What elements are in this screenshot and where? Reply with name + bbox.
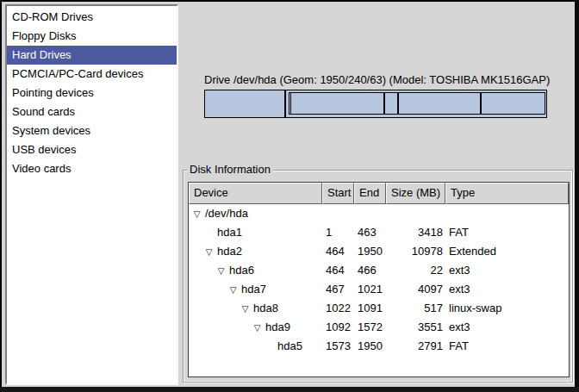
start-cell: 464 — [322, 242, 354, 261]
size-cell: 10978 — [386, 242, 445, 261]
partition-segment-hda5 — [482, 93, 545, 114]
expander-icon[interactable]: ▽ — [192, 209, 202, 219]
window-border-bottom — [0, 387, 579, 392]
sidebar-item-pointing-devices[interactable]: Pointing devices — [7, 84, 177, 103]
window-border-right — [575, 0, 579, 392]
sidebar-item-system-devices[interactable]: System devices — [7, 121, 177, 140]
partition-segment-hda8 — [385, 93, 399, 114]
start-cell — [322, 204, 354, 223]
type-cell: FAT — [445, 223, 569, 242]
table-row[interactable]: ▽ /dev/hda — [189, 204, 569, 223]
expander-icon[interactable]: ▽ — [252, 323, 262, 333]
device-name: hda9 — [265, 318, 290, 337]
start-cell: 467 — [322, 280, 354, 299]
start-cell: 1573 — [322, 337, 354, 356]
type-cell: ext3 — [445, 280, 569, 299]
partition-segment-hda2-extended — [286, 90, 546, 117]
size-cell: 22 — [386, 261, 445, 280]
expander-icon[interactable]: ▽ — [240, 304, 250, 314]
sidebar-item-video-cards[interactable]: Video cards — [7, 159, 177, 178]
sidebar-item-pcmcia-devices[interactable]: PCMCIA/PC-Card devices — [7, 65, 177, 84]
partition-segment-hda9 — [399, 93, 481, 114]
column-header-device[interactable]: Device — [189, 183, 322, 204]
end-cell: 1950 — [354, 242, 386, 261]
device-name: hda2 — [217, 242, 242, 261]
sidebar-item-floppy-disks[interactable]: Floppy Disks — [7, 27, 177, 46]
drive-heading: Drive /dev/hda (Geom: 1950/240/63) (Mode… — [204, 73, 550, 86]
start-cell: 1022 — [322, 299, 354, 318]
column-header-end[interactable]: End — [354, 183, 386, 204]
table-row[interactable]: hda5 1573 1950 2791 FAT — [189, 337, 569, 356]
device-name: hda1 — [217, 223, 242, 242]
table-row[interactable]: ▽ hda2 464 1950 10978 Extended — [189, 242, 569, 261]
type-cell: FAT — [445, 337, 569, 356]
sidebar-item-sound-cards[interactable]: Sound cards — [7, 103, 177, 121]
table-row[interactable]: ▽ hda7 467 1021 4097 ext3 — [189, 280, 569, 299]
type-cell: linux-swap — [445, 299, 569, 318]
end-cell: 1021 — [354, 280, 386, 299]
end-cell: 466 — [354, 261, 386, 280]
table-row[interactable]: ▽ hda6 464 466 22 ext3 — [189, 261, 569, 280]
table-row[interactable]: ▽ hda8 1022 1091 517 linux-swap — [189, 299, 569, 318]
type-cell: Extended — [445, 242, 569, 261]
sidebar-item-hard-drives[interactable]: Hard Drives — [7, 46, 177, 65]
window-border-top — [0, 0, 579, 2]
end-cell: 463 — [354, 223, 386, 242]
end-cell — [354, 204, 386, 223]
device-name: hda7 — [241, 280, 266, 299]
end-cell: 1091 — [354, 299, 386, 318]
size-cell: 2791 — [386, 337, 445, 356]
end-cell: 1572 — [354, 318, 386, 337]
column-header-start[interactable]: Start — [322, 183, 354, 204]
start-cell: 1092 — [322, 318, 354, 337]
size-cell: 4097 — [386, 280, 445, 299]
type-cell: ext3 — [445, 318, 569, 337]
expander-icon[interactable]: ▽ — [204, 247, 214, 257]
hardware-browser-window: CD-ROM Drives Floppy Disks Hard Drives P… — [0, 0, 579, 392]
sidebar-item-usb-devices[interactable]: USB devices — [7, 140, 177, 159]
table-row[interactable]: ▽ hda9 1092 1572 3551 ext3 — [189, 318, 569, 337]
partition-bar — [204, 90, 547, 118]
partition-extended-inner — [289, 92, 545, 115]
column-header-size[interactable]: Size (MB) — [386, 183, 445, 204]
start-cell: 464 — [322, 261, 354, 280]
disk-information-table: Device Start End Size (MB) Type ▽ /dev/h… — [188, 182, 570, 377]
window-border-left — [0, 0, 2, 392]
device-name: /dev/hda — [205, 204, 248, 223]
table-body: ▽ /dev/hda hda1 1 463 3418 FAT — [189, 204, 569, 356]
type-cell — [445, 204, 569, 223]
table-row[interactable]: hda1 1 463 3418 FAT — [189, 223, 569, 242]
type-cell: ext3 — [445, 261, 569, 280]
partition-segment-hda1 — [205, 90, 286, 117]
table-header-row: Device Start End Size (MB) Type — [189, 183, 569, 204]
device-category-list: CD-ROM Drives Floppy Disks Hard Drives P… — [5, 4, 178, 385]
start-cell: 1 — [322, 223, 354, 242]
column-header-type[interactable]: Type — [445, 183, 569, 204]
device-name: hda8 — [253, 299, 278, 318]
device-name: hda5 — [277, 337, 302, 356]
end-cell: 1950 — [354, 337, 386, 356]
device-name: hda6 — [229, 261, 254, 280]
size-cell: 3418 — [386, 223, 445, 242]
size-cell: 517 — [386, 299, 445, 318]
size-cell — [386, 204, 445, 223]
partition-segment-hda7 — [291, 93, 386, 114]
disk-information-title: Disk Information — [187, 163, 273, 176]
expander-icon[interactable]: ▽ — [228, 285, 238, 295]
sidebar-item-cdrom-drives[interactable]: CD-ROM Drives — [7, 8, 177, 27]
size-cell: 3551 — [386, 318, 445, 337]
expander-icon[interactable]: ▽ — [216, 266, 226, 276]
